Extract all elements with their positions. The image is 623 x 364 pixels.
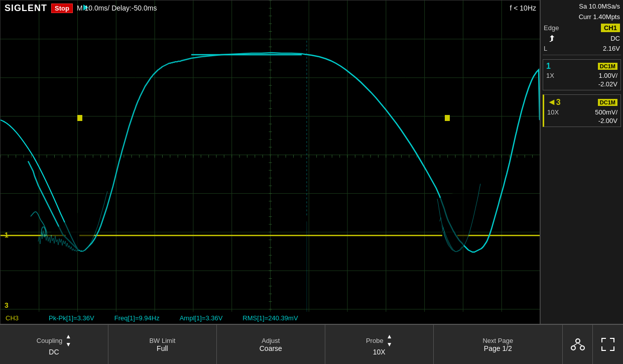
adjust-label: Adjust [262,337,280,344]
svg-point-13 [580,346,584,350]
channel3-section: ◄ 3 DC1M 10X 500mV/ -2.00V [543,94,621,127]
stop-badge[interactable]: Stop [51,4,73,13]
edge-icon: ⮭ [548,33,557,44]
ampl-measurement: Ampl[1]=3.36V [180,314,223,322]
svg-rect-10 [445,115,450,121]
svg-text:1: 1 [5,231,9,239]
rms-measurement: RMS[1]=240.39mV [242,314,298,322]
adjust-button[interactable]: Adjust Coarse [217,325,325,364]
coupling-arrows[interactable]: ▲ ▼ [65,333,71,348]
probe-up-icon[interactable]: ▲ [387,333,393,340]
network-icon [570,337,585,352]
ch3-dc1m-badge: DC1M [598,99,617,106]
logo: SIGLENT [5,3,47,14]
ch3-arrow-icon: ◄ [547,97,556,107]
next-page-label: Next Page [482,337,513,344]
top-bar: SIGLENT Stop M 10.0ms/ Delay:-50.0ms f <… [1,1,540,16]
channel1-section: 1 DC1M 1X 1.00V/ -2.02V [543,59,621,90]
expand-icon-button[interactable] [593,325,623,364]
next-page-button[interactable]: Next Page Page 1/2 [434,325,563,364]
svg-rect-9 [77,115,82,121]
measurement-bar: CH3 Pk-Pk[1]=3.36V Freq[1]=9.94Hz Ampl[1… [1,312,540,324]
coupling-button[interactable]: Coupling ▲ ▼ DC [0,325,108,364]
right-panel: Sa 10.0MSa/s Curr 1.40Mpts Edge CH1 ⮭ DC… [540,0,623,324]
coupling-up-icon[interactable]: ▲ [65,333,71,340]
svg-point-11 [576,339,580,343]
expand-icon [601,337,615,351]
network-icon-button[interactable] [563,325,593,364]
probe-value: 10X [373,348,386,356]
bw-limit-button[interactable]: BW Limit Full [108,325,217,364]
svg-point-12 [571,346,575,350]
trigger-section: Edge CH1 ⮭ DC L 2.16V [543,23,621,55]
freq-measurement: Freq[1]=9.94Hz [114,314,160,322]
scope-screen: 1 3 SIGLENT Stop M 10.0ms/ Delay:-50.0ms… [0,0,540,324]
svg-line-14 [573,343,578,346]
probe-button[interactable]: Probe ▲ ▼ 10X [325,325,434,364]
ch-label: CH3 [6,314,19,322]
next-page-value: Page 1/2 [484,344,512,352]
waveform-svg: 1 3 [1,1,540,324]
bw-value: Full [157,344,168,352]
coupling-value: DC [49,348,59,356]
probe-label: Probe [366,337,384,344]
timebase-display: M 10.0ms/ Delay:-50.0ms [77,4,157,12]
pkpk-measurement: Pk-Pk[1]=3.36V [49,314,94,322]
bw-label: BW Limit [149,337,175,344]
ch1-trigger-badge: CH1 [601,24,620,32]
svg-text:3: 3 [5,301,9,309]
adjust-value: Coarse [260,344,282,352]
bottom-bar: Coupling ▲ ▼ DC BW Limit Full Adjust Coa… [0,324,623,364]
probe-down-icon[interactable]: ▼ [387,341,393,348]
curr-row: Curr 1.40Mpts [543,13,621,21]
coupling-down-icon[interactable]: ▼ [65,341,71,348]
sa-row: Sa 10.0MSa/s [543,2,621,11]
svg-line-15 [578,343,582,346]
ch1-dc1m-badge: DC1M [598,63,617,70]
coupling-label: Coupling [37,337,62,344]
freq-display: f < 10Hz [510,4,536,12]
probe-arrows[interactable]: ▲ ▼ [387,333,393,348]
